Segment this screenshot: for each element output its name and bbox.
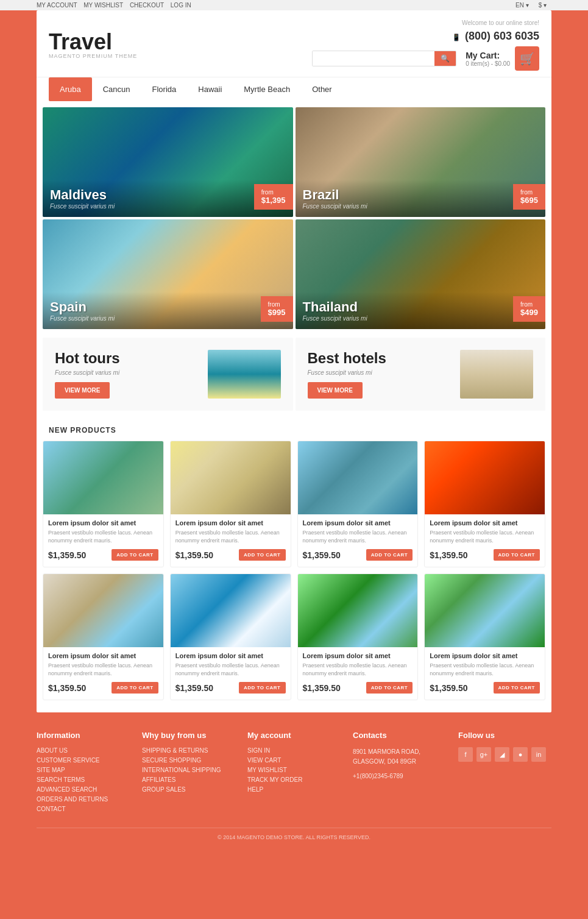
footer-col-why-buy: Why buy from us SHIPPING & RETURNS SECUR… [142, 731, 235, 815]
footer-contact[interactable]: CONTACT [37, 806, 130, 812]
product-desc-3: Praesent vestibulo mollestie lacus. Aene… [303, 529, 413, 544]
add-to-cart-btn-8[interactable]: ADD TO CART [494, 682, 540, 694]
logo-title: Travel [49, 31, 137, 53]
currency-selector[interactable]: $ ▾ [539, 2, 547, 9]
feed-icon[interactable]: ● [513, 747, 528, 762]
nav-tab-aruba[interactable]: Aruba [49, 77, 92, 101]
add-to-cart-btn-7[interactable]: ADD TO CART [366, 682, 413, 694]
footer-about-us[interactable]: ABOUT US [37, 747, 130, 754]
product-footer-8: $1,359.50 ADD TO CART [425, 682, 545, 694]
my-account-link[interactable]: MY ACCOUNT [37, 2, 77, 9]
main-container: Travel MAGENTO PREMIUM THEME Welcome to … [37, 10, 551, 712]
search-button[interactable]: 🔍 [434, 51, 456, 66]
promo-hot-tours: Hot tours Fusce suscipit varius mi VIEW … [43, 338, 293, 411]
footer-site-map[interactable]: SITE MAP [37, 767, 130, 773]
footer-secure-shopping[interactable]: SECURE SHOPPING [142, 757, 235, 764]
product-info-6: Lorem ipsum dolor sit amet Praesent vest… [171, 647, 291, 677]
rss-icon[interactable]: ◢ [495, 747, 509, 762]
nav-tab-cancun[interactable]: Cancun [92, 77, 141, 101]
google-plus-icon[interactable]: g+ [476, 747, 491, 762]
nav-tab-other[interactable]: Other [301, 77, 343, 101]
product-card-2: Lorem ipsum dolor sit amet Praesent vest… [170, 441, 291, 567]
destination-spain[interactable]: Spain Fusce suscipit varius mi from$995 [43, 219, 293, 329]
language-selector[interactable]: EN ▾ [515, 2, 529, 9]
product-footer-4: $1,359.50 ADD TO CART [425, 549, 545, 561]
footer: Information ABOUT US CUSTOMER SERVICE SI… [0, 712, 588, 850]
add-to-cart-btn-1[interactable]: ADD TO CART [112, 549, 158, 561]
product-info-1: Lorem ipsum dolor sit amet Praesent vest… [43, 514, 163, 544]
destination-maldives[interactable]: Maldives Fusce suscipit varius mi from$1… [43, 107, 293, 217]
footer-international-shipping[interactable]: INTERNATIONAL SHIPPING [142, 767, 235, 773]
log-in-link[interactable]: LOG IN [171, 2, 191, 9]
phone-icon: 📱 [452, 34, 461, 41]
nav-tab-hawaii[interactable]: Hawaii [187, 77, 233, 101]
promo-hotels-btn[interactable]: VIEW MORE [308, 382, 363, 399]
product-card-4: Lorem ipsum dolor sit amet Praesent vest… [424, 441, 545, 567]
cart-icon[interactable]: 🛒 [515, 46, 539, 71]
destination-brazil[interactable]: Brazil Fusce suscipit varius mi from$695 [296, 107, 546, 217]
product-info-8: Lorem ipsum dolor sit amet Praesent vest… [425, 647, 545, 677]
product-info-2: Lorem ipsum dolor sit amet Praesent vest… [171, 514, 291, 544]
footer-customer-service[interactable]: CUSTOMER SERVICE [37, 757, 130, 764]
facebook-icon[interactable]: f [458, 747, 473, 762]
promo-section: Hot tours Fusce suscipit varius mi VIEW … [37, 335, 551, 417]
footer-my-wishlist[interactable]: MY WISHLIST [247, 767, 341, 773]
product-image-2 [171, 441, 291, 514]
dest-spain-name: Spain [50, 299, 286, 315]
nav-tab-myrtle-beach[interactable]: Myrtle Beach [233, 77, 301, 101]
footer-affiliates[interactable]: AFFILIATES [142, 776, 235, 783]
dest-spain-desc: Fusce suscipit varius mi [50, 315, 286, 322]
product-price-8: $1,359.50 [430, 683, 467, 693]
footer-sign-in[interactable]: SIGN IN [247, 747, 341, 754]
footer-col-follow-us: Follow us f g+ ◢ ● in [458, 731, 551, 815]
product-name-2: Lorem ipsum dolor sit amet [175, 519, 286, 527]
product-footer-6: $1,359.50 ADD TO CART [171, 682, 291, 694]
footer-help[interactable]: HELP [247, 786, 341, 793]
new-products-title: NEW PRODUCTS [37, 417, 551, 441]
product-footer-5: $1,359.50 ADD TO CART [43, 682, 163, 694]
checkout-link[interactable]: CHECKOUT [130, 2, 164, 9]
dest-spain-price: from$995 [261, 296, 293, 322]
add-to-cart-btn-3[interactable]: ADD TO CART [366, 549, 413, 561]
product-desc-6: Praesent vestibulo mollestie lacus. Aene… [175, 662, 286, 677]
promo-hot-btn[interactable]: VIEW MORE [55, 382, 110, 399]
footer-advanced-search[interactable]: ADVANCED SEARCH [37, 786, 130, 793]
footer-group-sales[interactable]: GROUP SALES [142, 786, 235, 793]
add-to-cart-btn-6[interactable]: ADD TO CART [239, 682, 285, 694]
add-to-cart-btn-5[interactable]: ADD TO CART [112, 682, 158, 694]
promo-hotels-text: Best hotels Fusce suscipit varius mi VIE… [308, 350, 461, 399]
footer-search-terms[interactable]: SEARCH TERMS [37, 776, 130, 783]
footer-orders-returns[interactable]: ORDERS AND RETURNS [37, 796, 130, 803]
top-bar-right: EN ▾ $ ▾ [515, 2, 551, 9]
product-name-8: Lorem ipsum dolor sit amet [430, 652, 540, 659]
footer-shipping-returns[interactable]: SHIPPING & RETURNS [142, 747, 235, 754]
add-to-cart-btn-4[interactable]: ADD TO CART [494, 549, 540, 561]
product-price-4: $1,359.50 [430, 550, 467, 560]
product-footer-2: $1,359.50 ADD TO CART [171, 549, 291, 561]
destination-thailand[interactable]: Thailand Fusce suscipit varius mi from$4… [296, 219, 546, 329]
dest-brazil-desc: Fusce suscipit varius mi [303, 203, 539, 210]
footer-address: 8901 MARMORA ROAD,GLASGOW, D04 89GR [353, 747, 446, 767]
product-card-5: Lorem ipsum dolor sit amet Praesent vest… [43, 573, 164, 700]
dest-thailand-name: Thailand [303, 299, 539, 315]
top-bar: MY ACCOUNT MY WISHLIST CHECKOUT LOG IN E… [0, 0, 588, 10]
top-bar-left: MY ACCOUNT MY WISHLIST CHECKOUT LOG IN [37, 2, 196, 9]
footer-track-my-order[interactable]: TRACK MY ORDER [247, 776, 341, 783]
cart-text: My Cart: 0 item(s) - $0.00 [466, 51, 510, 67]
product-image-4 [425, 441, 545, 514]
product-image-7 [298, 574, 418, 647]
social-icons: f g+ ◢ ● in [458, 747, 551, 762]
footer-col-my-account: My account SIGN IN VIEW CART MY WISHLIST… [247, 731, 341, 815]
my-wishlist-link[interactable]: MY WISHLIST [83, 2, 123, 9]
nav-tab-florida[interactable]: Florida [141, 77, 188, 101]
product-card-8: Lorem ipsum dolor sit amet Praesent vest… [424, 573, 545, 700]
product-footer-1: $1,359.50 ADD TO CART [43, 549, 163, 561]
linkedin-icon[interactable]: in [531, 747, 546, 762]
cart-info: 0 item(s) - $0.00 [466, 60, 510, 67]
promo-hot-title: Hot tours [55, 350, 208, 367]
footer-copyright: © 2014 MAGENTO DEMO STORE. ALL RIGHTS RE… [37, 828, 551, 840]
footer-view-cart[interactable]: VIEW CART [247, 757, 341, 764]
search-input[interactable] [313, 51, 434, 66]
search-box: 🔍 [312, 51, 456, 66]
add-to-cart-btn-2[interactable]: ADD TO CART [239, 549, 285, 561]
